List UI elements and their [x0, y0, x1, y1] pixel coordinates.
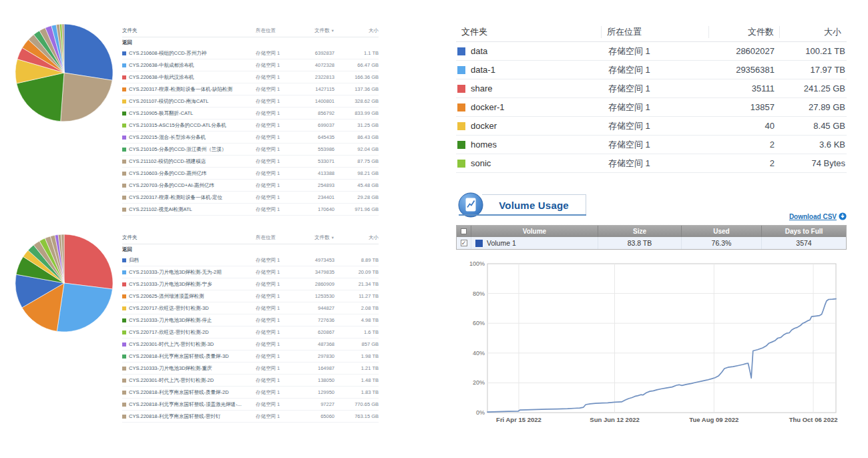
folder-location: 存储空间 1 [256, 134, 297, 141]
folder-row[interactable]: CYS.210608-模组的CCD-苏州力神存储空间 163928371.1 T… [122, 47, 379, 59]
folder-row[interactable]: CYS.211102-模切的CCD-福建横店存储空间 153307187.75 … [122, 156, 379, 168]
folder-row[interactable]: CYS.210333-刀片电池3D焊检测-无为-2期存储空间 134798352… [122, 266, 379, 278]
folder-row[interactable]: CYS.220717-欣旺达-密封钉检测-3D存储空间 19448272.08 … [122, 302, 379, 314]
col-header-folder[interactable]: 文件夹 [122, 234, 256, 241]
legend-swatch [122, 184, 126, 188]
folder-row[interactable]: CYS.220625-温州瑞浦顶盖焊检测存储空间 1125353011.27 T… [122, 290, 379, 302]
folder-row[interactable]: CYS.210333-刀片电池3D焊检测-宁乡存储空间 1286090921.3… [122, 278, 379, 290]
folder-row[interactable]: CYS.220638-中航成都涂布机存储空间 1407232866.47 GB [122, 59, 379, 71]
legend-swatch [457, 85, 465, 93]
col-header-files[interactable]: 文件数▼ [297, 27, 335, 34]
folder-size: 3.6 KB [780, 140, 847, 150]
legend-swatch [122, 342, 126, 347]
folder-row[interactable]: CYS.220818-利元亨南京国轩整线-密封钉存储空间 165060763.1… [122, 411, 379, 423]
volume-usage-underline [459, 214, 586, 216]
legend-swatch [122, 294, 126, 298]
folder-file-count: 4973453 [297, 257, 335, 263]
col-header-size[interactable]: Size [598, 226, 682, 237]
folder-name: CYS.220317-楔康-检测站设备一体机-缺陷检测 [129, 86, 232, 93]
folder-name: CYS.220818-利元亨南京国轩整线-质量焊-3D [129, 353, 229, 360]
folder-name-cell: CYS.220317-楔康-检测站设备一体机-定位 [122, 194, 256, 201]
legend-swatch [122, 403, 126, 407]
folder-file-count: 164987 [297, 365, 335, 371]
folder-name: CYS.210333-刀片电池3D焊检测-宁乡 [129, 281, 212, 288]
folder-row[interactable]: data存储空间 128602027100.21 TB [456, 42, 847, 61]
folder-row[interactable]: CYS.220638-中航武汉涂布机存储空间 12322813166.36 GB [122, 71, 379, 83]
legend-swatch [122, 306, 126, 310]
volume-checkbox[interactable]: ✓ [461, 240, 467, 246]
folder-size: 857 GB [335, 341, 379, 347]
back-link[interactable]: 返回 [122, 37, 379, 47]
folder-row[interactable]: CYS.221102-视觉AI检测ATL存储空间 1170640971.96 G… [122, 204, 379, 216]
folder-row[interactable]: share存储空间 135111241.25 GB [456, 79, 847, 98]
folder-name: CYS.211102-模切的CCD-福建横店 [129, 158, 206, 165]
folder-file-count: 13857 [710, 102, 780, 112]
folder-name: sonic [471, 158, 491, 168]
volume-used: 76.3% [682, 237, 762, 249]
col-header-files[interactable]: 文件数▼ [297, 234, 335, 241]
folder-size: 11.27 TB [335, 293, 379, 299]
select-all-checkbox[interactable] [461, 228, 467, 234]
folder-name-cell: CYS.211102-模切的CCD-福建横店 [122, 158, 256, 165]
pie-slice [57, 283, 112, 332]
col-header-location[interactable]: 所在位置 [256, 234, 297, 241]
col-header-location[interactable]: 所在位置 [256, 27, 297, 34]
folder-row[interactable]: docker存储空间 1408.45 GB [456, 117, 847, 136]
folder-row[interactable]: CYS.220818-利元亨南京国轩整线-质量焊-3D存储空间 12978301… [122, 351, 379, 363]
folder-row[interactable]: CYS.210905-极耳翻折-CATL存储空间 1856792833.99 G… [122, 107, 379, 120]
col-header-folder[interactable]: 文件夹 [122, 27, 256, 34]
col-header-volume[interactable]: Volume [471, 226, 598, 237]
download-csv-link[interactable]: Download CSV [789, 213, 837, 220]
select-all-header[interactable] [457, 226, 471, 237]
folder-location: 存储空间 1 [256, 413, 297, 420]
folder-row[interactable]: CYS.210315-ASC15分条的CCD-ATL分条机存储空间 169903… [122, 120, 379, 132]
volume-size: 83.8 TB [598, 237, 682, 249]
folder-row[interactable]: homes存储空间 123.6 KB [456, 136, 847, 154]
folder-row[interactable]: docker-1存储空间 11385727.89 GB [456, 98, 847, 117]
folder-row[interactable]: sonic存储空间 1274 Bytes [456, 154, 847, 173]
x-axis-tick-label: Sun Jun 12 2022 [590, 416, 639, 423]
folder-row[interactable]: CYS.220818-利元亨南京国轩整线-质量焊-2D存储空间 11299501… [122, 387, 379, 399]
folder-row[interactable]: CYS.201107-模切的CCD-南海CATL存储空间 11400801328… [122, 95, 379, 107]
folder-file-count: 29356381 [710, 65, 780, 75]
col-header-size[interactable]: 大小 [780, 26, 847, 38]
y-axis-tick-label: 60% [473, 320, 485, 326]
folder-name: CYS.210905-极耳翻折-CATL [129, 110, 193, 117]
back-link[interactable]: 返回 [122, 244, 379, 254]
folder-name: CYS.220703-分条的CCD+AI-惠州亿纬 [129, 182, 214, 189]
folder-location: 存储空间 1 [603, 158, 710, 170]
x-axis-tick-label: Thu Oct 06 2022 [789, 416, 838, 423]
folder-row[interactable]: CYS.220301-时代上汽-密封钉检测-3D存储空间 1487368857 … [122, 338, 379, 351]
table-body: CYS.210608-模组的CCD-苏州力神存储空间 163928371.1 T… [122, 47, 379, 216]
folder-row[interactable]: CYS.220317-楔康-检测站设备一体机-定位存储空间 123440129.… [122, 192, 379, 204]
folder-row[interactable]: CYS.220717-欣旺达-密封钉检测-2D存储空间 16208671.6 T… [122, 326, 379, 338]
col-header-files[interactable]: 文件数 [709, 26, 779, 38]
folder-row[interactable]: CYS.220317-楔康-检测站设备一体机-缺陷检测存储空间 11427115… [122, 83, 379, 95]
col-header-size[interactable]: 大小 [335, 234, 379, 241]
folder-name-cell: CYS.221102-视觉AI检测ATL [122, 206, 256, 213]
volume-row[interactable]: ✓ Volume 1 83.8 TB 76.3% 3574 [457, 237, 846, 249]
folder-row[interactable]: CYS.220818-利元亨南京国轩整线-顶盖激光焊缝-...存储空间 1972… [122, 399, 379, 411]
folder-row[interactable]: data-1存储空间 12935638117.97 TB [456, 61, 847, 79]
folder-row[interactable]: CYS.210105-分条的CCD-浙江衢州（兰溪）存储空间 155398692… [122, 144, 379, 156]
col-header-days-to-full[interactable]: Days to Full [762, 226, 846, 237]
folder-row[interactable]: 归档存储空间 149734538.89 TB [122, 254, 379, 266]
folder-row[interactable]: CYS.210603-分条的CCD-惠州亿纬存储空间 141338898.21 … [122, 168, 379, 180]
col-header-folder[interactable]: 文件夹 [456, 26, 601, 38]
x-axis-tick-label: Fri Apr 15 2022 [496, 416, 541, 423]
folder-size: 27.89 GB [780, 102, 847, 112]
folder-row[interactable]: CYS.220703-分条的CCD+AI-惠州亿纬存储空间 125489345.… [122, 180, 379, 192]
col-header-used[interactable]: Used [682, 226, 762, 237]
folder-row[interactable]: CYS.220301-时代上汽-密封钉检测-2D存储空间 11380501.48… [122, 375, 379, 387]
folder-location: 存储空间 1 [256, 62, 297, 69]
col-header-size[interactable]: 大小 [335, 27, 379, 34]
download-icon[interactable] [839, 212, 847, 220]
folder-row[interactable]: CYS.220215-混合-长型涂布分条机存储空间 164543586.43 G… [122, 132, 379, 144]
folder-row[interactable]: CYS.210333-刀片电池3D焊检测-停止存储空间 17276364.98 … [122, 314, 379, 326]
col-header-location[interactable]: 所在位置 [602, 26, 708, 38]
folder-size: 328.62 GB [335, 98, 379, 104]
folder-row[interactable]: CYS.210333-刀片电池3D焊检测-重庆存储空间 11649871.21 … [122, 363, 379, 375]
folder-name-cell: docker [456, 121, 603, 131]
folder-location: 存储空间 1 [603, 139, 710, 151]
folder-size: 100.21 TB [780, 46, 847, 56]
